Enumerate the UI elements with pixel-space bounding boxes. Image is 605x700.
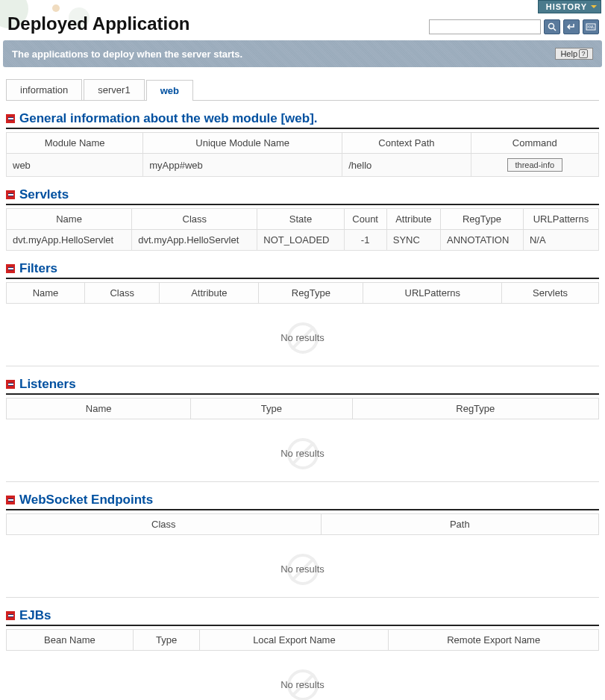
collapse-icon[interactable] [6,380,15,389]
no-results: No results [6,541,599,598]
table-header-row: Name Class Attribute RegType URLPatterns… [7,283,599,304]
th: Name [7,209,132,230]
section-title-listeners: Listeners [19,377,76,392]
search-input[interactable] [429,19,541,34]
cell: -1 [344,230,386,251]
section-title-ejbs: EJBs [19,608,51,623]
cell: dvt.myApp.HelloServlet [132,230,257,251]
description-text: The applications to deploy when the serv… [12,49,242,60]
svg-line-1 [554,28,556,31]
table-header-row: Module Name Unique Module Name Context P… [7,133,599,154]
th: Local Export Name [200,630,389,651]
th: RegType [352,399,598,419]
section-title-websocket: WebSocket Endpoints [19,493,153,507]
servlets-table: Name Class State Count Attribute RegType… [6,208,599,251]
th: Name [7,399,191,419]
section-title-general: General information about the web module… [19,111,318,126]
help-icon: ? [579,49,588,58]
section-title-servlets: Servlets [19,187,69,202]
tab-information[interactable]: information [6,79,82,100]
th: State [257,209,344,230]
th: URLPatterns [363,283,502,304]
help-label: Help [560,49,577,58]
th-context-path: Context Path [342,133,471,154]
collapse-icon[interactable] [6,611,15,620]
table-header-row: Name Type RegType [7,399,599,419]
th: Class [7,514,322,535]
xml-export-icon[interactable]: XML [583,19,599,34]
th: Count [344,209,386,230]
section-title-filters: Filters [19,261,57,276]
cell: SYNC [386,230,440,251]
cell: dvt.myApp.HelloServlet [7,230,132,251]
thread-info-button[interactable]: thread-info [507,158,563,172]
cell-module-name: web [7,154,143,177]
collapse-icon[interactable] [6,190,15,199]
th: Name [7,283,85,304]
th: Remote Export Name [389,630,599,651]
back-icon[interactable] [563,19,580,34]
general-table: Module Name Unique Module Name Context P… [6,132,599,177]
cell: NOT_LOADED [257,230,344,251]
no-results-text: No results [280,332,325,343]
th: Class [132,209,257,230]
cell-unique-name: myApp#web [143,154,342,177]
no-results-text: No results [280,563,325,575]
table-header-row: Name Class State Count Attribute RegType… [7,209,599,230]
table-row: dvt.myApp.HelloServlet dvt.myApp.HelloSe… [7,230,599,251]
help-button[interactable]: Help ? [555,48,593,60]
no-results: No results [6,425,599,482]
websocket-table: Class Path [6,513,599,535]
collapse-icon[interactable] [6,496,15,504]
cell: N/A [523,230,598,251]
listeners-table: Name Type RegType [6,398,599,419]
svg-text:XML: XML [587,25,595,29]
cell-context-path: /hello [342,154,471,177]
th: RegType [259,283,363,304]
ejbs-table: Bean Name Type Local Export Name Remote … [6,629,599,651]
th-unique-name: Unique Module Name [143,133,342,154]
no-results: No results [6,310,599,366]
th: Attribute [386,209,440,230]
no-results-text: No results [280,679,325,690]
tab-server1[interactable]: server1 [84,79,144,100]
no-results-text: No results [280,448,325,459]
table-row: web myApp#web /hello thread-info [7,154,599,177]
th: Type [133,630,200,651]
tab-web[interactable]: web [146,80,193,101]
th-module-name: Module Name [7,133,143,154]
page-title: Deployed Application [1,13,189,34]
th: Class [84,283,160,304]
collapse-icon[interactable] [6,264,15,273]
table-header-row: Class Path [7,514,599,535]
table-header-row: Bean Name Type Local Export Name Remote … [7,630,599,651]
th: Attribute [160,283,259,304]
tabs: information server1 web [6,79,599,101]
search-icon[interactable] [544,19,560,34]
th-command: Command [471,133,598,154]
svg-point-0 [549,24,554,29]
th: Path [321,514,598,535]
collapse-icon[interactable] [6,114,15,123]
history-button[interactable]: HISTORY [538,0,601,13]
th: URLPatterns [523,209,598,230]
th: Type [191,399,352,419]
filters-table: Name Class Attribute RegType URLPatterns… [6,282,599,304]
description-bar: The applications to deploy when the serv… [3,40,602,67]
cell: ANNOTATION [441,230,524,251]
th: RegType [441,209,524,230]
th: Bean Name [7,630,134,651]
th: Servlets [502,283,599,304]
no-results: No results [6,657,599,700]
